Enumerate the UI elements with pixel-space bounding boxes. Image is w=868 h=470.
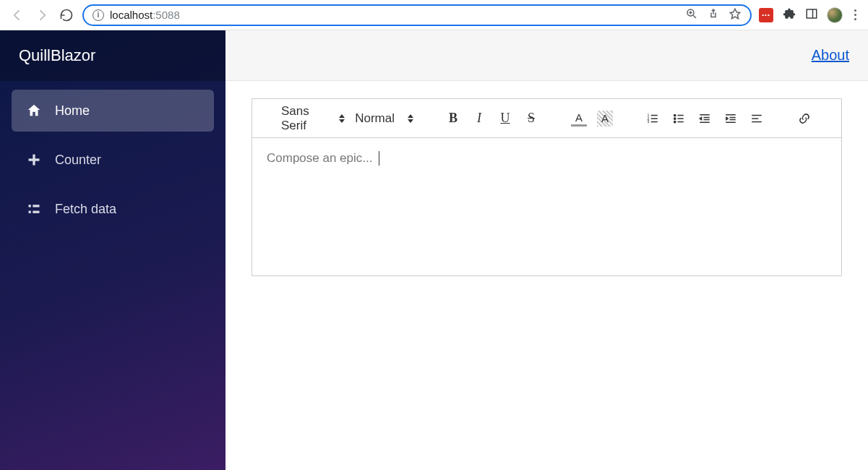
toolbar-group-color: A A bbox=[555, 111, 629, 127]
panel-icon[interactable] bbox=[805, 7, 818, 23]
sidebar-item-label: Home bbox=[55, 103, 90, 119]
browser-chrome: i localhost:5088 ••• bbox=[0, 0, 868, 30]
site-info-icon[interactable]: i bbox=[93, 9, 104, 21]
svg-marker-5 bbox=[730, 9, 740, 19]
svg-rect-10 bbox=[29, 205, 31, 207]
indent-button[interactable] bbox=[723, 111, 739, 127]
sidebar-item-label: Counter bbox=[55, 153, 101, 168]
app-root: QuillBlazor Home Counter Fetch data bbox=[0, 30, 868, 470]
share-icon[interactable] bbox=[707, 7, 720, 23]
sidebar-item-home[interactable]: Home bbox=[12, 90, 214, 132]
editor-content[interactable]: Compose an epic... bbox=[252, 138, 841, 275]
toolbar-group-link bbox=[781, 111, 828, 127]
main-area: About Sans Serif Normal bbox=[225, 30, 868, 470]
address-bar-actions bbox=[685, 7, 742, 23]
svg-point-20 bbox=[674, 114, 676, 116]
strikethrough-button[interactable]: S bbox=[523, 111, 539, 127]
svg-rect-12 bbox=[33, 205, 39, 207]
top-bar: About bbox=[225, 30, 868, 81]
outdent-button[interactable] bbox=[697, 111, 713, 127]
caret-icon bbox=[339, 114, 345, 123]
profile-avatar[interactable] bbox=[827, 7, 843, 23]
font-family-value: Sans Serif bbox=[281, 104, 326, 133]
bookmark-star-icon[interactable] bbox=[729, 7, 742, 23]
sidebar-item-fetch-data[interactable]: Fetch data bbox=[12, 188, 214, 230]
svg-point-22 bbox=[674, 121, 676, 122]
font-size-value: Normal bbox=[355, 111, 395, 126]
svg-rect-11 bbox=[29, 211, 31, 213]
svg-line-1 bbox=[693, 15, 696, 18]
svg-point-21 bbox=[674, 117, 676, 119]
address-bar[interactable]: i localhost:5088 bbox=[82, 4, 752, 26]
url-port: :5088 bbox=[152, 9, 180, 21]
list-icon bbox=[26, 201, 42, 217]
zoom-icon[interactable] bbox=[685, 7, 698, 23]
sidebar-item-counter[interactable]: Counter bbox=[12, 139, 214, 181]
link-button[interactable] bbox=[796, 111, 812, 127]
reload-button[interactable] bbox=[58, 7, 75, 24]
caret-icon bbox=[408, 114, 413, 123]
sidebar: QuillBlazor Home Counter Fetch data bbox=[0, 30, 225, 470]
underline-button[interactable]: U bbox=[497, 111, 513, 127]
quill-editor: Sans Serif Normal B I U S bbox=[252, 98, 842, 276]
toolbar-group-format: B I U S bbox=[429, 111, 555, 127]
url-host: localhost bbox=[110, 9, 152, 21]
text-color-button[interactable]: A bbox=[571, 111, 587, 127]
bold-button[interactable]: B bbox=[445, 111, 461, 127]
extension-icons: ••• bbox=[759, 7, 859, 24]
bullet-list-button[interactable] bbox=[671, 111, 687, 127]
font-family-select[interactable]: Sans Serif bbox=[281, 104, 345, 133]
toolbar-group-font: Sans Serif Normal bbox=[265, 104, 429, 133]
svg-rect-9 bbox=[29, 158, 40, 161]
content: Sans Serif Normal B I U S bbox=[225, 81, 868, 294]
plus-icon bbox=[26, 152, 42, 168]
url-text: localhost:5088 bbox=[110, 9, 180, 21]
home-icon bbox=[26, 103, 42, 119]
background-color-button[interactable]: A bbox=[597, 111, 613, 127]
italic-button[interactable]: I bbox=[471, 111, 487, 127]
extensions-puzzle-icon[interactable] bbox=[782, 7, 796, 24]
about-link[interactable]: About bbox=[812, 47, 849, 64]
chrome-menu-icon[interactable] bbox=[851, 9, 859, 20]
svg-rect-6 bbox=[807, 9, 817, 18]
extension-red-icon[interactable]: ••• bbox=[759, 8, 773, 22]
toolbar-group-list: 123 bbox=[629, 111, 781, 127]
sidebar-item-label: Fetch data bbox=[55, 202, 116, 217]
forward-button[interactable] bbox=[33, 7, 51, 24]
ordered-list-button[interactable]: 123 bbox=[645, 111, 661, 127]
align-button[interactable] bbox=[749, 111, 765, 127]
svg-rect-13 bbox=[33, 211, 39, 213]
editor-toolbar: Sans Serif Normal B I U S bbox=[252, 99, 841, 138]
brand-title: QuillBlazor bbox=[0, 30, 225, 81]
back-button[interactable] bbox=[9, 7, 26, 24]
svg-text:3: 3 bbox=[648, 119, 650, 124]
sidebar-nav: Home Counter Fetch data bbox=[0, 81, 225, 239]
font-size-select[interactable]: Normal bbox=[355, 111, 413, 126]
